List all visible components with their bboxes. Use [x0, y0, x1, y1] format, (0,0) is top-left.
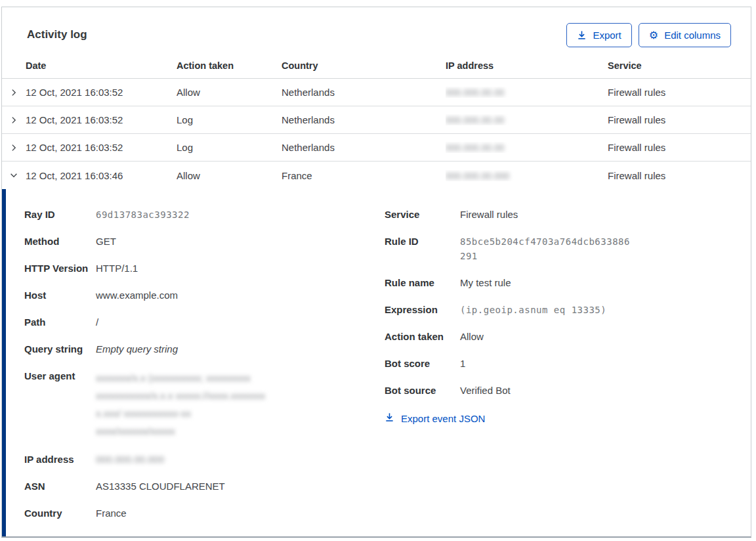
- column-header-country: Country: [282, 60, 446, 78]
- detail-label: ASN: [24, 479, 96, 494]
- detail-value: AS13335 CLOUDFLARENET: [96, 479, 225, 494]
- table-header-row: Date Action taken Country IP address Ser…: [2, 47, 751, 79]
- edit-columns-button-label: Edit columns: [664, 30, 721, 41]
- detail-row-expression: Expression (ip.geoip.asnum eq 13335): [385, 303, 731, 317]
- detail-label: Path: [24, 315, 96, 330]
- detail-row-ray-id: Ray ID 69d13783ac393322: [24, 207, 385, 222]
- detail-value: 69d13783ac393322: [96, 207, 190, 222]
- chevron-right-icon[interactable]: [2, 143, 26, 152]
- toolbar-actions: Export ⚙ Edit columns: [566, 23, 731, 47]
- detail-label: Country: [24, 506, 96, 521]
- service-cell: Firewall rules: [608, 142, 751, 153]
- detail-row-rule-name: Rule name My test rule: [385, 276, 731, 290]
- ip-address-cell-redacted: 000.000.00.00: [446, 114, 608, 125]
- export-button-label: Export: [593, 30, 621, 41]
- detail-value-redacted: 000.000.00.000: [96, 452, 164, 467]
- detail-value: GET: [96, 234, 116, 249]
- action-taken-cell: Log: [177, 114, 282, 125]
- page-title: Activity log: [27, 23, 87, 41]
- ip-address-cell-redacted: 000.000.00.00: [446, 87, 608, 98]
- country-cell: Netherlands: [282, 142, 446, 153]
- download-icon: [577, 30, 587, 40]
- detail-label: IP address: [24, 452, 96, 467]
- date-cell: 12 Oct, 2021 16:03:52: [26, 142, 177, 153]
- chevron-right-icon[interactable]: [2, 88, 26, 97]
- chevron-down-icon[interactable]: [2, 171, 26, 180]
- date-cell: 12 Oct, 2021 16:03:46: [26, 170, 177, 181]
- detail-label: Service: [385, 207, 460, 222]
- column-header-ip-address: IP address: [446, 60, 608, 78]
- service-cell: Firewall rules: [608, 114, 751, 125]
- ip-address-cell-redacted: 000.000.00.00: [446, 142, 608, 153]
- export-button[interactable]: Export: [566, 23, 631, 47]
- activity-log-panel: Activity log Export ⚙ Edit columns Date …: [1, 7, 751, 538]
- event-detail-left-column: Ray ID 69d13783ac393322 Method GET HTTP …: [24, 207, 385, 536]
- detail-label: Method: [24, 234, 96, 249]
- action-taken-cell: Allow: [177, 87, 282, 98]
- detail-label: Bot source: [385, 383, 460, 398]
- detail-label: Action taken: [385, 330, 460, 344]
- detail-row-host: Host www.example.com: [24, 288, 385, 303]
- detail-label: Rule ID: [385, 234, 460, 263]
- download-icon: [385, 412, 394, 424]
- detail-row-method: Method GET: [24, 234, 385, 249]
- column-header-date: Date: [26, 60, 177, 78]
- detail-row-rule-id: Rule ID 85bce5b204cf4703a764dcb633886291: [385, 234, 731, 263]
- detail-label: Bot score: [385, 357, 460, 371]
- edit-columns-button[interactable]: ⚙ Edit columns: [639, 23, 731, 47]
- detail-label: Expression: [385, 303, 460, 317]
- event-detail-panel: Ray ID 69d13783ac393322 Method GET HTTP …: [2, 189, 751, 536]
- column-header-service: Service: [608, 60, 751, 78]
- table-row-expanded[interactable]: 12 Oct, 2021 16:03:46 Allow France 000.0…: [2, 162, 751, 189]
- country-cell: Netherlands: [282, 87, 446, 98]
- table-row[interactable]: 12 Oct, 2021 16:03:52 Log Netherlands 00…: [2, 134, 751, 162]
- detail-row-user-agent: User agent xxxxxxx/x.x (xxxxxxxxxx; xxxx…: [24, 369, 385, 440]
- action-taken-cell: Log: [177, 142, 282, 153]
- detail-value: Verified Bot: [460, 383, 511, 398]
- detail-row-action-taken: Action taken Allow: [385, 330, 731, 344]
- service-cell: Firewall rules: [608, 87, 751, 98]
- detail-row-asn: ASN AS13335 CLOUDFLARENET: [24, 479, 385, 494]
- detail-value: 1: [460, 357, 465, 371]
- country-cell: Netherlands: [282, 114, 446, 125]
- detail-row-bot-source: Bot source Verified Bot: [385, 383, 731, 398]
- detail-label: Query string: [24, 342, 96, 357]
- detail-value: 85bce5b204cf4703a764dcb633886291: [460, 234, 632, 263]
- topbar: Activity log Export ⚙ Edit columns: [2, 7, 751, 47]
- detail-row-path: Path /: [24, 315, 385, 330]
- detail-value: /: [96, 315, 98, 330]
- country-cell: France: [282, 170, 446, 181]
- ip-address-cell-redacted: 000.000.00.000: [446, 170, 608, 181]
- detail-value: HTTP/1.1: [96, 261, 138, 276]
- column-header-action-taken: Action taken: [177, 60, 282, 78]
- detail-row-bot-score: Bot score 1: [385, 357, 731, 371]
- table-row[interactable]: 12 Oct, 2021 16:03:52 Allow Netherlands …: [2, 79, 751, 106]
- detail-value: Empty query string: [96, 342, 178, 357]
- action-taken-cell: Allow: [177, 170, 282, 181]
- detail-row-query-string: Query string Empty query string: [24, 342, 385, 357]
- date-cell: 12 Oct, 2021 16:03:52: [26, 114, 177, 125]
- export-event-json-link[interactable]: Export event JSON: [385, 412, 485, 424]
- export-event-json-label: Export event JSON: [401, 413, 485, 424]
- detail-value: Firewall rules: [460, 207, 518, 222]
- detail-value: (ip.geoip.asnum eq 13335): [460, 303, 606, 317]
- chevron-right-icon[interactable]: [2, 116, 26, 125]
- detail-label: Ray ID: [24, 207, 96, 222]
- detail-row-service: Service Firewall rules: [385, 207, 731, 222]
- table-row[interactable]: 12 Oct, 2021 16:03:52 Log Netherlands 00…: [2, 106, 751, 134]
- detail-value: Allow: [460, 330, 484, 344]
- detail-label: Host: [24, 288, 96, 303]
- detail-value: My test rule: [460, 276, 511, 290]
- event-detail-right-column: Service Firewall rules Rule ID 85bce5b20…: [385, 207, 731, 536]
- detail-row-ip-address: IP address 000.000.00.000: [24, 452, 385, 467]
- detail-value: France: [96, 506, 127, 521]
- date-cell: 12 Oct, 2021 16:03:52: [26, 87, 177, 98]
- detail-row-country: Country France: [24, 506, 385, 521]
- detail-label: Rule name: [385, 276, 460, 290]
- detail-value-redacted: xxxxxxx/x.x (xxxxxxxxxx; xxxxxxxxx xxxxx…: [96, 369, 265, 440]
- detail-label: User agent: [24, 369, 96, 440]
- detail-label: HTTP Version: [24, 261, 96, 276]
- detail-row-http-version: HTTP Version HTTP/1.1: [24, 261, 385, 276]
- service-cell: Firewall rules: [608, 170, 751, 181]
- gear-icon: ⚙: [649, 30, 658, 41]
